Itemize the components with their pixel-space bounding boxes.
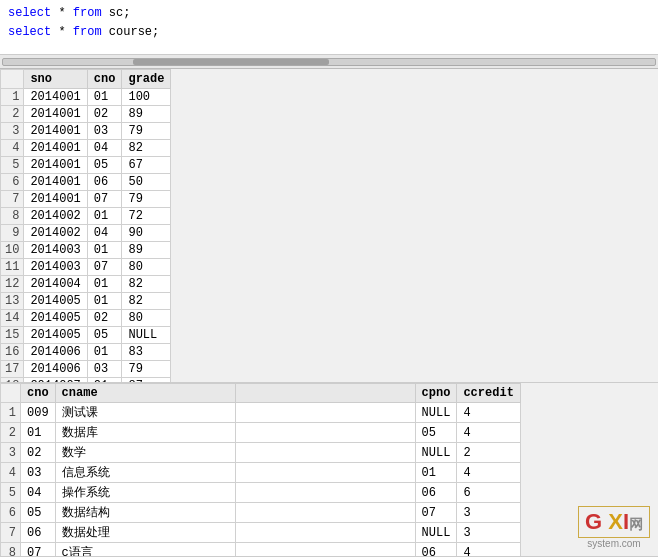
watermark-logo-box: G XI网 [578, 506, 650, 538]
cell-sno: 2014001 [24, 140, 87, 157]
cell-grade: 80 [122, 310, 171, 327]
cell-cno: 03 [87, 123, 122, 140]
cell-cno: 05 [87, 327, 122, 344]
row-num: 3 [1, 123, 24, 140]
cell-cpno-spacer [235, 423, 415, 443]
cell-grade: 100 [122, 89, 171, 106]
cell-cpno-spacer [235, 443, 415, 463]
cell-cno: 01 [87, 344, 122, 361]
row-num: 4 [1, 463, 21, 483]
cell-cpno-spacer [235, 503, 415, 523]
scrollbar-track[interactable] [2, 58, 656, 66]
row-num: 6 [1, 174, 24, 191]
row-num: 12 [1, 276, 24, 293]
cell-grade: 72 [122, 208, 171, 225]
cell-cno: 06 [21, 523, 56, 543]
cell-sno: 2014001 [24, 123, 87, 140]
cell-ccredit: 4 [457, 543, 520, 557]
cell-cname: 操作系统 [55, 483, 235, 503]
row-num: 5 [1, 483, 21, 503]
cell-cno: 009 [21, 403, 56, 423]
table-row: 3 02 数学 NULL 2 [1, 443, 521, 463]
table-row: 6 05 数据结构 07 3 [1, 503, 521, 523]
cell-cno: 01 [87, 89, 122, 106]
cell-grade: 90 [122, 225, 171, 242]
cell-cpno-spacer [235, 403, 415, 423]
row-num: 2 [1, 423, 21, 443]
table-row: 11 2014003 07 80 [1, 259, 171, 276]
table-row: 7 2014001 07 79 [1, 191, 171, 208]
table-row: 17 2014006 03 79 [1, 361, 171, 378]
table-row: 13 2014005 01 82 [1, 293, 171, 310]
row-num: 10 [1, 242, 24, 259]
sc-table: sno cno grade 1 2014001 01 100 2 2014001… [0, 69, 171, 383]
cell-cno: 06 [87, 174, 122, 191]
cell-cname: 信息系统 [55, 463, 235, 483]
cell-ccredit: 3 [457, 503, 520, 523]
table-row: 5 04 操作系统 06 6 [1, 483, 521, 503]
scrollbar-thumb[interactable] [133, 59, 329, 65]
row-num: 13 [1, 293, 24, 310]
table-row: 7 06 数据处理 NULL 3 [1, 523, 521, 543]
row-num: 11 [1, 259, 24, 276]
cell-sno: 2014006 [24, 344, 87, 361]
row-num: 15 [1, 327, 24, 344]
cell-ccredit: 3 [457, 523, 520, 543]
cell-ccredit: 6 [457, 483, 520, 503]
course-table: cno cname cpno ccredit 1 009 测试课 NULL 4 … [0, 383, 521, 557]
sql-line-2: select * from course; [8, 23, 650, 42]
row-num: 16 [1, 344, 24, 361]
cell-cpno: NULL [415, 403, 457, 423]
cell-grade: 79 [122, 123, 171, 140]
cell-sno: 2014002 [24, 225, 87, 242]
sql-editor[interactable]: select * from sc; select * from course; [0, 0, 658, 55]
cell-cno: 01 [87, 276, 122, 293]
row-num: 14 [1, 310, 24, 327]
cell-cpno-spacer [235, 523, 415, 543]
cell-cpno: 06 [415, 483, 457, 503]
cell-cpno: 05 [415, 423, 457, 443]
cell-cname: c语言 [55, 543, 235, 557]
watermark: G XI网 system.com [578, 506, 650, 549]
cell-sno: 2014001 [24, 174, 87, 191]
cell-ccredit: 4 [457, 403, 520, 423]
cell-cno: 03 [21, 463, 56, 483]
col-cno: cno [87, 70, 122, 89]
cell-cno: 01 [87, 208, 122, 225]
table-row: 4 2014001 04 82 [1, 140, 171, 157]
cell-cno: 07 [87, 259, 122, 276]
cell-cpno: NULL [415, 443, 457, 463]
row-num: 5 [1, 157, 24, 174]
col-grade: grade [122, 70, 171, 89]
table-row: 8 2014002 01 72 [1, 208, 171, 225]
table-row: 16 2014006 01 83 [1, 344, 171, 361]
cell-sno: 2014004 [24, 276, 87, 293]
cell-cpno-spacer [235, 543, 415, 557]
row-num: 7 [1, 523, 21, 543]
cell-cpno: 01 [415, 463, 457, 483]
cell-cpno: NULL [415, 523, 457, 543]
cell-cno: 03 [87, 361, 122, 378]
cell-sno: 2014005 [24, 310, 87, 327]
table-row: 3 2014001 03 79 [1, 123, 171, 140]
keyword-select-2: select [8, 25, 51, 39]
row-num: 17 [1, 361, 24, 378]
cell-sno: 2014001 [24, 106, 87, 123]
row-num: 6 [1, 503, 21, 523]
table-row: 2 01 数据库 05 4 [1, 423, 521, 443]
cell-grade: 50 [122, 174, 171, 191]
table-row: 6 2014001 06 50 [1, 174, 171, 191]
cell-grade: 82 [122, 293, 171, 310]
cell-grade: 89 [122, 106, 171, 123]
row-num: 3 [1, 443, 21, 463]
sql-line-1: select * from sc; [8, 4, 650, 23]
cell-cno: 05 [21, 503, 56, 523]
cell-cpno-spacer [235, 463, 415, 483]
cell-grade: 80 [122, 259, 171, 276]
cell-cno: 02 [21, 443, 56, 463]
horizontal-scrollbar[interactable] [0, 55, 658, 69]
row-num: 1 [1, 403, 21, 423]
cell-cno: 04 [87, 225, 122, 242]
cell-sno: 2014001 [24, 191, 87, 208]
watermark-site-text: system.com [587, 538, 640, 549]
